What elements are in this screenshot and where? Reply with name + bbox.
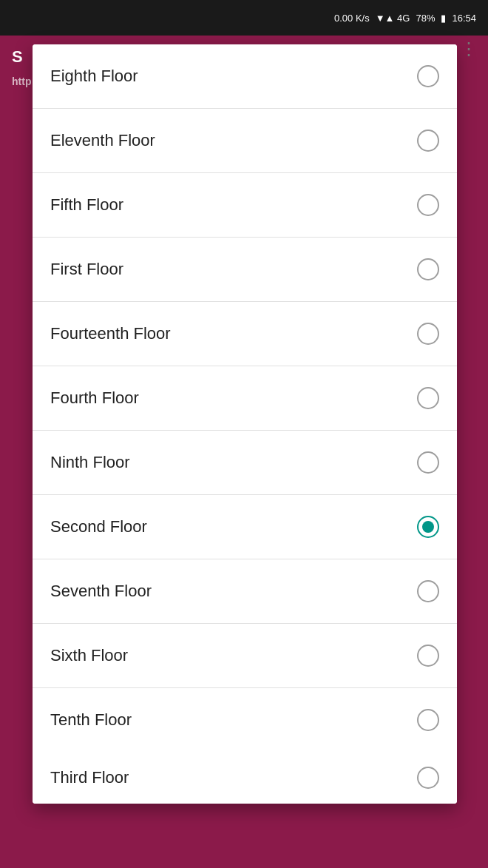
list-item[interactable]: Seventh Floor xyxy=(33,559,457,624)
floor-label: Eleventh Floor xyxy=(50,131,155,150)
status-bar: 0.00 K/s ▼▲ 4G 78% ▮ 16:54 xyxy=(0,0,488,36)
radio-button[interactable] xyxy=(417,580,439,602)
floor-label: Seventh Floor xyxy=(50,582,152,601)
signal-icon: ▼▲ 4G xyxy=(376,13,410,24)
partial-item-label: Third Floor xyxy=(50,768,129,787)
battery-level: 78% xyxy=(416,13,435,24)
floor-label: Ninth Floor xyxy=(50,453,130,472)
radio-button[interactable] xyxy=(417,709,439,731)
list-item[interactable]: Fourth Floor xyxy=(33,366,457,431)
partial-list-item[interactable]: Third Floor xyxy=(33,752,457,804)
floor-label: Sixth Floor xyxy=(50,646,128,665)
radio-button[interactable] xyxy=(417,129,439,152)
radio-button[interactable] xyxy=(417,323,439,345)
radio-button[interactable] xyxy=(417,258,439,280)
floor-label: Fourth Floor xyxy=(50,388,139,408)
radio-button[interactable] xyxy=(417,516,439,538)
radio-button[interactable] xyxy=(417,387,439,409)
list-item[interactable]: Eighth Floor xyxy=(33,44,457,109)
list-item[interactable]: Ninth Floor xyxy=(33,431,457,495)
battery-icon: ▮ xyxy=(441,13,446,24)
list-item[interactable]: Second Floor xyxy=(33,495,457,559)
floor-label: First Floor xyxy=(50,260,123,279)
floor-dropdown: Eighth FloorEleventh FloorFifth FloorFir… xyxy=(33,44,457,804)
list-item[interactable]: First Floor xyxy=(33,238,457,302)
floor-label: Eighth Floor xyxy=(50,67,138,86)
list-item[interactable]: Fifth Floor xyxy=(33,173,457,238)
radio-button[interactable] xyxy=(417,451,439,474)
floor-label: Fourteenth Floor xyxy=(50,324,171,343)
clock: 16:54 xyxy=(452,13,476,24)
floor-label: Fifth Floor xyxy=(50,195,123,215)
overflow-menu-icon[interactable]: ⋮ xyxy=(460,38,478,59)
list-item[interactable]: Sixth Floor xyxy=(33,624,457,688)
radio-button[interactable] xyxy=(417,194,439,216)
list-item[interactable]: Tenth Floor xyxy=(33,688,457,752)
network-speed: 0.00 K/s xyxy=(334,13,370,24)
floor-label: Second Floor xyxy=(50,517,147,536)
list-item[interactable]: Fourteenth Floor xyxy=(33,302,457,366)
list-item[interactable]: Eleventh Floor xyxy=(33,109,457,173)
radio-button[interactable] xyxy=(417,65,439,87)
partial-radio-button[interactable] xyxy=(417,767,439,789)
floor-label: Tenth Floor xyxy=(50,710,132,730)
radio-button[interactable] xyxy=(417,645,439,667)
